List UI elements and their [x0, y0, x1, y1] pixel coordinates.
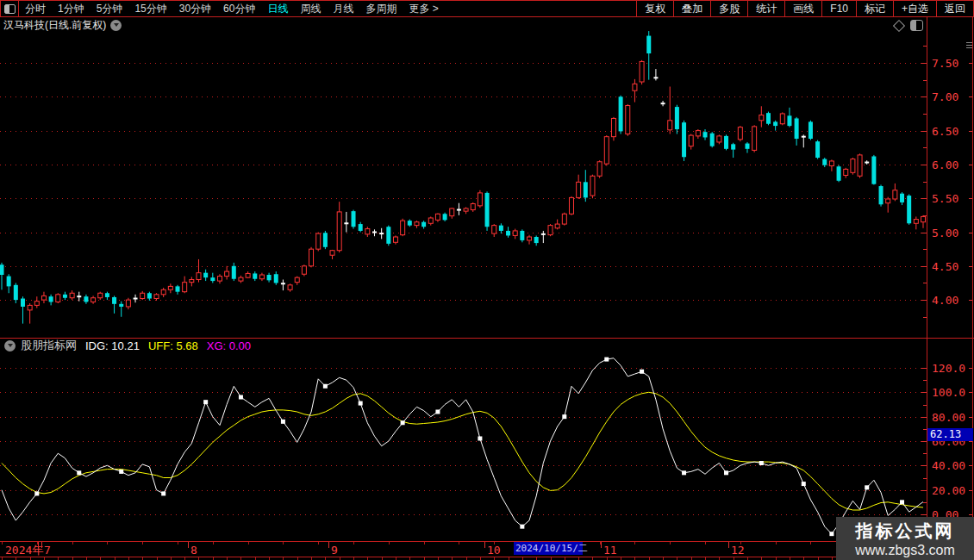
panel-layout-icon[interactable] — [910, 20, 923, 31]
layout-toggle-button[interactable] — [0, 1, 19, 16]
chart-canvas[interactable]: 7.507.006.506.005.505.004.504.00120.0100… — [0, 0, 974, 560]
period-menu: 分时 1分钟 5分钟 15分钟 30分钟 60分钟 日线 周线 月线 多周期 更… — [19, 1, 445, 16]
svg-text:120.0: 120.0 — [932, 362, 965, 375]
indicator-source-label: 股朋指标网 — [21, 338, 77, 353]
svg-text:7: 7 — [44, 544, 51, 557]
crosshair-value-badge: 62.13 — [927, 428, 973, 441]
svg-text:9: 9 — [331, 544, 338, 557]
svg-text:8: 8 — [190, 544, 197, 557]
indicator-value-idg: IDG: 10.21 — [85, 339, 140, 352]
menu-item-mark[interactable]: 标记 — [856, 1, 893, 16]
menu-item-overlay[interactable]: 叠加 — [673, 1, 710, 16]
indicator-value-xg: XG: 0.00 — [207, 339, 251, 352]
menu-item-fenshi[interactable]: 分时 — [25, 2, 46, 16]
menu-item-weekly[interactable]: 周线 — [300, 2, 321, 16]
svg-text:6.50: 6.50 — [932, 125, 958, 138]
split-pane-icon — [4, 4, 16, 14]
menu-item-drawline[interactable]: 画线 — [784, 1, 821, 16]
svg-text:80.00: 80.00 — [932, 411, 965, 424]
tool-menu: 复权 叠加 多股 统计 画线 F10 标记 +自选 返回 — [636, 1, 974, 16]
menu-item-fuquan[interactable]: 复权 — [636, 1, 673, 16]
menu-item-stats[interactable]: 统计 — [747, 1, 784, 16]
svg-text:12: 12 — [731, 544, 745, 557]
menu-item-back[interactable]: 返回 — [936, 1, 974, 16]
title-bar: 汉马科技(日线.前复权) — [0, 18, 974, 33]
indicator-value-uff: UFF: 5.68 — [148, 339, 198, 352]
menu-item-15min[interactable]: 15分钟 — [134, 2, 166, 16]
top-menubar: 分时 1分钟 5分钟 15分钟 30分钟 60分钟 日线 周线 月线 多周期 更… — [0, 0, 974, 17]
watermark-site-name: 指标公式网 — [836, 520, 974, 543]
watermark-site-url: www.zbgs3.com — [836, 543, 974, 558]
menu-item-60min[interactable]: 60分钟 — [223, 2, 255, 16]
svg-text:4.50: 4.50 — [932, 260, 958, 273]
stock-title: 汉马科技(日线.前复权) — [3, 18, 106, 33]
menu-item-f10[interactable]: F10 — [821, 1, 856, 16]
diamond-icon[interactable] — [893, 19, 905, 31]
svg-text:4.00: 4.00 — [932, 294, 958, 307]
indicator-header: 股朋指标网 IDG: 10.21 UFF: 5.68 XG: 0.00 — [0, 339, 259, 352]
svg-text:7.00: 7.00 — [932, 90, 958, 103]
menu-item-daily[interactable]: 日线 — [267, 2, 288, 16]
svg-text:100.0: 100.0 — [932, 386, 965, 399]
title-dropdown-icon[interactable] — [110, 20, 122, 31]
scrollbar-grip-icon[interactable] — [966, 40, 972, 50]
svg-text:20.00: 20.00 — [932, 484, 965, 497]
svg-text:40.00: 40.00 — [932, 459, 965, 472]
menu-item-add-watchlist[interactable]: +自选 — [893, 1, 936, 16]
menu-item-multiperiod[interactable]: 多周期 — [365, 2, 396, 16]
svg-text:2024年: 2024年 — [5, 544, 43, 557]
svg-text:11: 11 — [603, 544, 617, 557]
menu-item-1min[interactable]: 1分钟 — [58, 2, 84, 16]
menu-item-30min[interactable]: 30分钟 — [179, 2, 211, 16]
menu-item-monthly[interactable]: 月线 — [333, 2, 353, 16]
svg-text:7.50: 7.50 — [932, 57, 958, 70]
site-watermark: 指标公式网 www.zbgs3.com — [836, 517, 974, 560]
menu-item-5min[interactable]: 5分钟 — [97, 2, 123, 16]
app-window: 7.507.006.506.005.505.004.504.00120.0100… — [0, 0, 974, 560]
svg-text:5.00: 5.00 — [932, 227, 958, 240]
menu-item-more[interactable]: 更多 > — [409, 2, 438, 16]
svg-text:6.00: 6.00 — [932, 159, 958, 171]
crosshair-date-badge: 2024/10/15/二 — [514, 542, 583, 555]
svg-text:10: 10 — [487, 544, 501, 557]
indicator-dropdown-icon[interactable] — [4, 340, 16, 352]
menu-item-multistock[interactable]: 多股 — [710, 1, 747, 16]
svg-text:5.50: 5.50 — [932, 192, 958, 205]
